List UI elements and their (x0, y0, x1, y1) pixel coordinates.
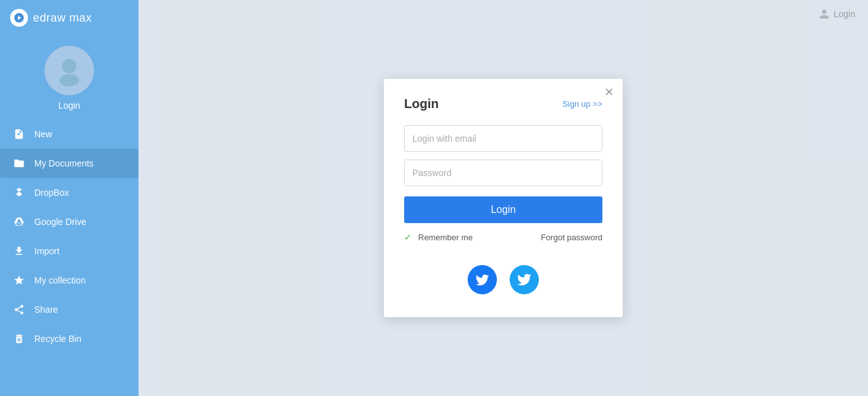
login-button[interactable]: Login (404, 196, 602, 223)
avatar[interactable] (44, 46, 94, 95)
password-field[interactable] (404, 160, 602, 186)
sidebar: edraw max Login New My Documents (0, 0, 139, 396)
modal-overlay: ✕ Login Sign up >> Login ✓ Remember me F… (139, 0, 868, 396)
sidebar-item-import[interactable]: Import (0, 236, 139, 266)
new-icon (13, 128, 25, 140)
modal-header: Login Sign up >> (404, 97, 602, 111)
close-icon[interactable]: ✕ (604, 86, 614, 98)
sidebar-item-label-my-collection: My collection (34, 275, 86, 285)
sidebar-item-recycle-bin[interactable]: Recycle Bin (0, 324, 139, 353)
signup-link[interactable]: Sign up >> (562, 99, 602, 109)
sidebar-item-label-new: New (34, 129, 52, 139)
sidebar-item-google-drive[interactable]: Google Drive (0, 207, 139, 236)
import-icon (13, 245, 25, 257)
sidebar-item-new[interactable]: New (0, 119, 139, 149)
remember-me-text: Remember me (418, 233, 473, 242)
sidebar-item-my-collection[interactable]: My collection (0, 266, 139, 295)
sidebar-item-label-google-drive: Google Drive (34, 217, 86, 227)
main-content: Login ✕ Login Sign up >> Login ✓ Remembe… (139, 0, 868, 396)
sidebar-item-my-documents[interactable]: My Documents (0, 149, 139, 178)
svg-point-0 (62, 59, 76, 73)
remember-me-label[interactable]: ✓ Remember me (404, 232, 473, 242)
sidebar-login-label[interactable]: Login (58, 100, 80, 111)
sidebar-item-share[interactable]: Share (0, 295, 139, 324)
my-collection-icon (13, 274, 25, 287)
share-icon (13, 303, 25, 316)
check-icon: ✓ (404, 232, 414, 242)
sidebar-item-label-import: Import (34, 246, 60, 256)
sidebar-header: edraw max (0, 0, 139, 36)
my-documents-icon (13, 157, 25, 170)
sidebar-navigation: New My Documents DropBox Google Drive (0, 119, 139, 353)
dropbox-icon (13, 186, 25, 199)
modal-options: ✓ Remember me Forgot password (404, 232, 602, 242)
email-field[interactable] (404, 125, 602, 152)
login-modal: ✕ Login Sign up >> Login ✓ Remember me F… (384, 79, 623, 317)
recycle-bin-icon (13, 332, 25, 345)
sidebar-item-label-dropbox: DropBox (34, 188, 69, 198)
sidebar-item-label-recycle-bin: Recycle Bin (34, 334, 81, 344)
sidebar-item-dropbox[interactable]: DropBox (0, 178, 139, 207)
social-login-section (404, 265, 602, 294)
user-avatar-section: Login (0, 36, 139, 117)
google-drive-icon (13, 215, 25, 228)
facebook-login-button[interactable] (468, 265, 497, 294)
forgot-password-link[interactable]: Forgot password (541, 233, 602, 242)
sidebar-item-label-share: Share (34, 304, 58, 315)
app-logo-icon (10, 9, 28, 27)
svg-point-1 (60, 74, 79, 87)
modal-title: Login (404, 97, 438, 111)
sidebar-item-label-my-documents: My Documents (34, 158, 93, 168)
twitter-login-button[interactable] (510, 265, 539, 294)
app-name: edraw max (33, 11, 92, 25)
